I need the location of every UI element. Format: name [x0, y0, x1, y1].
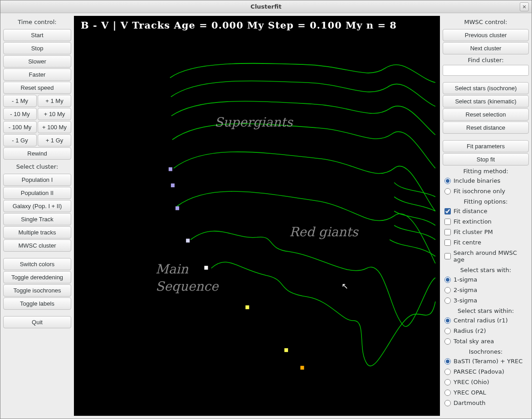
label-supergiants: Supergiants [215, 115, 293, 130]
isochrones-label: Isochrones: [443, 347, 529, 356]
fitting-options-label: Fitting options: [443, 197, 529, 205]
sidebar-left: Time control: Start Stop Slower Faster R… [3, 16, 71, 416]
find-cluster-label: Find cluster: [443, 55, 529, 64]
include-binaries-radio[interactable]: Include binaries [443, 176, 529, 185]
r2-radio[interactable]: Radius (r2) [443, 326, 529, 336]
minus-1gy-button[interactable]: - 1 Gy [3, 134, 37, 146]
yrec-opal-radio[interactable]: YREC OPAL [443, 388, 529, 397]
fit-isochrone-only-radio[interactable]: Fit isochrone only [443, 186, 529, 196]
previous-cluster-button[interactable]: Previous cluster [443, 29, 529, 41]
label-main-sequence: Main Sequence [156, 261, 219, 295]
total-sky-radio[interactable]: Total sky area [443, 336, 529, 346]
toggle-labels-button[interactable]: Toggle labels [3, 297, 71, 310]
switch-colors-button[interactable]: Switch colors [3, 258, 71, 270]
reset-selection-button[interactable]: Reset selection [443, 108, 529, 121]
select-cluster-label: Select cluster: [3, 161, 71, 173]
search-mwsc-age-check[interactable]: Search around MWSC age [443, 248, 529, 264]
quit-button[interactable]: Quit [3, 316, 71, 328]
minus-10my-button[interactable]: - 10 My [3, 108, 37, 120]
fit-cluster-pm-check[interactable]: Fit cluster PM [443, 227, 529, 237]
find-cluster-input[interactable] [443, 65, 529, 76]
plus-100my-button[interactable]: + 100 My [38, 121, 71, 133]
slower-button[interactable]: Slower [3, 55, 71, 68]
select-stars-isochrone-button[interactable]: Select stars (isochrone) [443, 82, 529, 94]
select-stars-with-label: Select stars with: [443, 265, 529, 274]
time-control-label: Time control: [3, 16, 71, 28]
toggle-isochrones-button[interactable]: Toggle isochrones [3, 284, 71, 297]
close-icon: ✕ [522, 4, 526, 10]
svg-rect-0 [169, 167, 172, 171]
plus-10my-button[interactable]: + 10 My [38, 108, 71, 120]
minus-1my-button[interactable]: - 1 My [3, 95, 37, 107]
fitting-method-label: Fitting method: [443, 166, 529, 175]
window-title: Clusterfit [250, 3, 281, 10]
plus-1my-button[interactable]: + 1 My [38, 95, 71, 107]
dartmouth-radio[interactable]: Dartmouth [443, 398, 529, 408]
reset-distance-button[interactable]: Reset distance [443, 122, 529, 134]
app-window: Clusterfit ✕ Time control: Start Stop Sl… [0, 0, 532, 419]
toggle-dereddening-button[interactable]: Toggle dereddening [3, 271, 71, 283]
fit-extinction-check[interactable]: Fit extinction [443, 217, 529, 226]
plot-area[interactable]: B - V | V Tracks Age = 0.000 My Step = 0… [74, 16, 440, 416]
reset-speed-button[interactable]: Reset speed [3, 82, 71, 94]
parsec-radio[interactable]: PARSEC (Padova) [443, 367, 529, 376]
rewind-button[interactable]: Rewind [3, 147, 71, 160]
basti-radio[interactable]: BaSTI (Teramo) + YREC [443, 356, 529, 366]
faster-button[interactable]: Faster [3, 68, 71, 81]
select-stars-kinematic-button[interactable]: Select stars (kinematic) [443, 95, 529, 107]
stop-button[interactable]: Stop [3, 42, 71, 54]
svg-rect-6 [284, 348, 288, 352]
fit-distance-check[interactable]: Fit distance [443, 206, 529, 216]
fit-parameters-button[interactable]: Fit parameters [443, 140, 529, 152]
yrec-radio[interactable]: YREC (Ohio) [443, 377, 529, 387]
svg-rect-3 [186, 239, 190, 242]
sigma2-radio[interactable]: 2-sigma [443, 285, 529, 295]
mwsc-control-label: MWSC control: [443, 16, 529, 28]
label-redgiants: Red giants [289, 224, 358, 239]
sidebar-right: MWSC control: Previous cluster Next clus… [443, 16, 529, 416]
minus-100my-button[interactable]: - 100 My [3, 121, 37, 133]
stop-fit-button[interactable]: Stop fit [443, 153, 529, 166]
titlebar: Clusterfit ✕ [0, 0, 532, 13]
content: Time control: Start Stop Slower Faster R… [0, 13, 532, 419]
start-button[interactable]: Start [3, 29, 71, 41]
population-1-button[interactable]: Population I [3, 174, 71, 186]
close-button[interactable]: ✕ [520, 2, 529, 11]
svg-rect-7 [300, 366, 304, 370]
fit-centre-check[interactable]: Fit centre [443, 238, 529, 247]
cursor-icon: ↖ [342, 281, 348, 291]
population-2-button[interactable]: Population II [3, 187, 71, 199]
r1-radio[interactable]: Central radius (r1) [443, 316, 529, 325]
sigma1-radio[interactable]: 1-sigma [443, 275, 529, 284]
svg-rect-2 [176, 206, 179, 210]
single-track-button[interactable]: Single Track [3, 213, 71, 225]
plus-1gy-button[interactable]: + 1 Gy [38, 134, 71, 146]
track-svg [74, 16, 440, 416]
galaxy-button[interactable]: Galaxy (Pop. I + II) [3, 200, 71, 212]
svg-rect-5 [245, 305, 249, 309]
svg-rect-1 [171, 184, 175, 187]
select-within-label: Select stars within: [443, 306, 529, 315]
multiple-tracks-button[interactable]: Multiple tracks [3, 226, 71, 239]
sigma3-radio[interactable]: 3-sigma [443, 296, 529, 305]
mwsc-cluster-button[interactable]: MWSC cluster [3, 239, 71, 252]
next-cluster-button[interactable]: Next cluster [443, 42, 529, 54]
